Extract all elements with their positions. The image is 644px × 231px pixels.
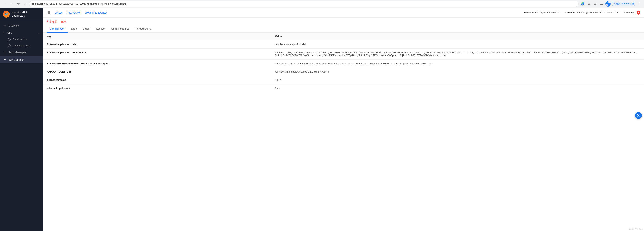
table-cell-value: 60 s (271, 84, 644, 92)
version-info: Version: 1.11-byted-SNAPSHOT (524, 11, 560, 14)
table-row: akka.ask.timeout180 s (43, 76, 644, 84)
commit-value: 06808e9 @ 2024-01-08T07:24:04+01:00 (576, 11, 620, 14)
tab-thread-dump[interactable]: Thread Dump (132, 25, 154, 33)
breadcrumb-config[interactable]: 基本配置 (46, 20, 57, 24)
sidebar: 🐦 Apache Flink Dashboard ○ Overview ≡ Jo… (0, 8, 43, 231)
translate-icon[interactable]: 🌏 (580, 1, 585, 7)
profile-badge[interactable]: 已暂停 (606, 1, 611, 7)
forward-button[interactable]: → (9, 1, 14, 7)
message-info: Message: 1 (624, 11, 640, 15)
logo-icon: 🐦 (3, 11, 10, 18)
table-cell-key: akka.lookup.timeout (43, 84, 271, 92)
commit-info: Commit: 06808e9 @ 2024-01-08T07:24:04+01… (565, 11, 620, 14)
table-row: HADOOP_CONF_DIR/opt/tiger/yarn_deploy/ha… (43, 68, 644, 76)
table-cell-value: /opt/tiger/yarn_deploy/hadoop-2.6.0-cdh5… (271, 68, 644, 76)
table-row: $internal.application.program-argsLS1kYw… (43, 49, 644, 60)
jobs-icon: ≡ (3, 31, 4, 34)
jmcpuflamegraph-link[interactable]: JMCpuFlameGraph (85, 11, 108, 14)
jobs-label: Jobs (6, 31, 12, 34)
floating-help-button[interactable]: 🛠 (635, 112, 642, 119)
table-cell-value: com.bytedance.dp.v2.V2Main (271, 40, 644, 49)
logo-text: Apache Flink Dashboard (12, 11, 40, 17)
overview-icon: ○ (3, 24, 7, 28)
browser-bar: ← → ⟳ ⌂ 🌏 ★ ▭ ▬ 已暂停 有新版 Chrome 可用 ⋮ (0, 0, 644, 8)
jmlog-link[interactable]: JMLog (55, 11, 63, 14)
sidebar-item-completed-jobs[interactable]: ◯ Completed Jobs (0, 42, 43, 49)
col-key: Key (43, 33, 271, 40)
top-bar: ☰ JMLog JMWebShell JMCpuFlameGraph Versi… (43, 8, 644, 18)
top-bar-links: JMLog JMWebShell JMCpuFlameGraph (55, 11, 108, 14)
menu-icon[interactable]: ⋮ (636, 1, 642, 7)
sidebar-logo: 🐦 Apache Flink Dashboard (0, 8, 43, 21)
tab-log-list[interactable]: Log List (93, 25, 108, 33)
reload-button[interactable]: ⟳ (16, 1, 21, 7)
top-bar-right: Version: 1.11-byted-SNAPSHOT Commit: 068… (524, 11, 640, 15)
sidebar-nav: ○ Overview ≡ Jobs ⌄ ◯ Running Jobs ◯ Com… (0, 21, 43, 231)
bookmark-icon[interactable]: ★ (586, 1, 592, 7)
running-jobs-label: Running Jobs (13, 38, 28, 41)
table-cell-key: $internal.external-resources.download-na… (43, 60, 271, 68)
version-value: 1.11-byted-SNAPSHOT (535, 11, 560, 14)
job-manager-icon: ✦ (3, 58, 7, 61)
table-row: akka.lookup.timeout60 s (43, 84, 644, 92)
col-value: Value (271, 33, 644, 40)
completed-jobs-icon: ◯ (8, 44, 11, 47)
config-table: Key Value $internal.application.maincom.… (43, 33, 644, 92)
message-label: Message: (624, 11, 636, 14)
split-icon[interactable]: ▬ (599, 1, 604, 7)
table-cell-value: LS1kYw==;aXQ=;LS1lbnY=;cHJvZA==;LS1qb2I=… (271, 49, 644, 60)
sidebar-item-overview[interactable]: ○ Overview (0, 22, 43, 29)
sidebar-item-running-jobs[interactable]: ◯ Running Jobs (0, 36, 43, 42)
url-bar[interactable] (29, 1, 578, 7)
table-cell-value: 180 s (271, 76, 644, 84)
table-cell-key: $internal.application.program-args (43, 49, 271, 60)
jobs-chevron-icon: ⌄ (38, 31, 40, 34)
breadcrumb: 基本配置 日志 (43, 18, 644, 24)
content-area: 基本配置 日志 Configuration Logs Stdout Log Li… (43, 18, 644, 231)
table-cell-key: $internal.application.main (43, 40, 271, 49)
sidebar-item-job-manager[interactable]: ✦ Job Manager (0, 56, 43, 63)
watermark: ©2024 字节跳动 (629, 228, 642, 230)
tabs-bar: Configuration Logs Stdout Log List Smart… (43, 25, 644, 33)
tab-stdout[interactable]: Stdout (80, 25, 93, 33)
back-button[interactable]: ← (2, 1, 8, 7)
table-cell-key: akka.ask.timeout (43, 76, 271, 84)
table-row: $internal.application.maincom.bytedance.… (43, 40, 644, 49)
task-managers-icon: ☰ (3, 51, 7, 54)
tab-smart-resource[interactable]: SmartResource (108, 25, 132, 33)
table-cell-key: HADOOP_CONF_DIR (43, 68, 271, 76)
table-row: $internal.external-resources.download-na… (43, 60, 644, 68)
completed-jobs-label: Completed Jobs (13, 44, 30, 47)
breadcrumb-logs[interactable]: 日志 (61, 20, 66, 24)
tab-logs[interactable]: Logs (68, 25, 80, 33)
commit-label: Commit: (565, 11, 575, 14)
overview-label: Overview (8, 24, 20, 27)
sidebar-item-jobs[interactable]: ≡ Jobs ⌄ (0, 29, 43, 36)
update-badge[interactable]: 有新版 Chrome 可用 (612, 2, 636, 6)
hamburger-button[interactable]: ☰ (46, 10, 51, 16)
extension-icon[interactable]: ▭ (593, 1, 598, 7)
jmwebshell-link[interactable]: JMWebShell (66, 11, 81, 14)
home-button[interactable]: ⌂ (22, 1, 28, 7)
message-count-badge[interactable]: 1 (636, 11, 640, 15)
version-label: Version: (524, 11, 534, 14)
tab-configuration[interactable]: Configuration (46, 25, 68, 33)
sidebar-item-task-managers[interactable]: ☰ Task Managers (0, 49, 43, 56)
job-manager-label: Job Manager (8, 58, 24, 61)
table-cell-value: '''hdfs://haruna/flink_hl/Feins-HL/1.11/… (271, 60, 644, 68)
task-managers-label: Task Managers (8, 51, 26, 54)
running-jobs-icon: ◯ (8, 38, 11, 41)
main-content: ☰ JMLog JMWebShell JMCpuFlameGraph Versi… (43, 8, 644, 231)
